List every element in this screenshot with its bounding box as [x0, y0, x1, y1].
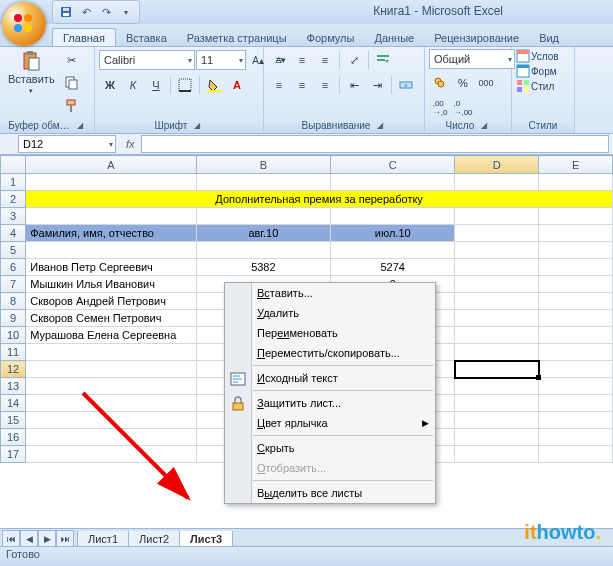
row-header[interactable]: 10 — [1, 327, 26, 344]
font-color-icon[interactable]: A — [226, 74, 248, 96]
cell[interactable] — [26, 174, 196, 191]
tab-review[interactable]: Рецензирование — [424, 29, 529, 46]
formula-input[interactable] — [141, 135, 609, 153]
merge-icon[interactable]: a — [395, 74, 417, 96]
cell[interactable] — [539, 174, 613, 191]
cell[interactable] — [455, 395, 539, 412]
cell[interactable] — [196, 174, 331, 191]
row-header[interactable]: 13 — [1, 378, 26, 395]
row-header[interactable]: 15 — [1, 412, 26, 429]
underline-button[interactable]: Ч — [145, 74, 167, 96]
cell[interactable]: Фамилия, имя, отчество — [26, 225, 196, 242]
context-menu-item[interactable]: Переместить/скопировать... — [225, 343, 435, 363]
tab-insert[interactable]: Вставка — [116, 29, 177, 46]
cell[interactable] — [539, 344, 613, 361]
sheet-tab[interactable]: Лист1 — [77, 531, 129, 548]
paste-button[interactable]: Вставить ▾ — [4, 49, 59, 97]
tab-view[interactable]: Вид — [529, 29, 559, 46]
row-header[interactable]: 7 — [1, 276, 26, 293]
tab-formulas[interactable]: Формулы — [297, 29, 365, 46]
cell[interactable] — [26, 412, 196, 429]
cell[interactable] — [539, 310, 613, 327]
cell[interactable] — [196, 208, 331, 225]
redo-icon[interactable]: ↷ — [99, 5, 113, 19]
context-menu-item[interactable]: Выделить все листы — [225, 483, 435, 503]
cell[interactable] — [539, 446, 613, 463]
font-launcher-icon[interactable]: ◢ — [191, 120, 203, 131]
cell[interactable]: 5382 — [196, 259, 331, 276]
number-launcher-icon[interactable]: ◢ — [478, 120, 490, 131]
percent-icon[interactable]: % — [452, 72, 474, 94]
cell[interactable] — [539, 395, 613, 412]
cell[interactable] — [26, 446, 196, 463]
cell[interactable] — [331, 242, 455, 259]
indent-dec-icon[interactable]: ⇤ — [343, 74, 365, 96]
cell[interactable] — [539, 361, 613, 378]
tab-data[interactable]: Данные — [364, 29, 424, 46]
undo-icon[interactable]: ↶ — [79, 5, 93, 19]
col-header[interactable] — [1, 156, 26, 174]
cell[interactable] — [539, 378, 613, 395]
cell[interactable] — [455, 412, 539, 429]
row-header[interactable]: 3 — [1, 208, 26, 225]
row-header[interactable]: 14 — [1, 395, 26, 412]
cell[interactable]: июл.10 — [331, 225, 455, 242]
row-header[interactable]: 12 — [1, 361, 26, 378]
cell[interactable] — [455, 242, 539, 259]
row-header[interactable]: 1 — [1, 174, 26, 191]
cell[interactable] — [455, 208, 539, 225]
cell[interactable]: Дополнительная премия за переработку — [26, 191, 613, 208]
fx-icon[interactable]: fx — [126, 138, 135, 150]
row-header[interactable]: 5 — [1, 242, 26, 259]
cell[interactable] — [539, 327, 613, 344]
cell[interactable] — [26, 395, 196, 412]
align-launcher-icon[interactable]: ◢ — [374, 120, 386, 131]
fill-color-icon[interactable] — [203, 74, 225, 96]
cell[interactable]: 5274 — [331, 259, 455, 276]
cell[interactable] — [455, 276, 539, 293]
context-menu-item[interactable]: Удалить — [225, 303, 435, 323]
cell[interactable]: авг.10 — [196, 225, 331, 242]
cell[interactable] — [331, 208, 455, 225]
cell[interactable] — [455, 327, 539, 344]
align-top-icon[interactable]: ≡ — [268, 49, 290, 71]
context-menu-item[interactable]: Защитить лист... — [225, 393, 435, 413]
font-size-combo[interactable]: 11 — [196, 50, 246, 70]
col-header[interactable]: A — [26, 156, 196, 174]
format-painter-icon[interactable] — [61, 95, 83, 117]
align-bottom-icon[interactable]: ≡ — [314, 49, 336, 71]
row-header[interactable]: 11 — [1, 344, 26, 361]
cell[interactable]: Скворов Андрей Петрович — [26, 293, 196, 310]
cell[interactable] — [539, 225, 613, 242]
cell[interactable] — [331, 174, 455, 191]
cell[interactable] — [455, 310, 539, 327]
indent-inc-icon[interactable]: ⇥ — [366, 74, 388, 96]
row-header[interactable]: 2 — [1, 191, 26, 208]
border-icon[interactable] — [174, 74, 196, 96]
cell[interactable]: Иванов Петр Сергеевич — [26, 259, 196, 276]
cell[interactable] — [455, 378, 539, 395]
sheet-tab[interactable]: Лист3 — [179, 531, 233, 548]
copy-icon[interactable] — [61, 72, 83, 94]
align-middle-icon[interactable]: ≡ — [291, 49, 313, 71]
clipboard-launcher-icon[interactable]: ◢ — [74, 120, 86, 131]
context-menu-item[interactable]: Исходный текст — [225, 368, 435, 388]
cell[interactable] — [455, 293, 539, 310]
col-header[interactable]: D — [455, 156, 539, 174]
currency-icon[interactable] — [429, 72, 451, 94]
cell[interactable] — [26, 378, 196, 395]
cell[interactable] — [539, 242, 613, 259]
col-header[interactable]: B — [196, 156, 331, 174]
row-header[interactable]: 6 — [1, 259, 26, 276]
cell[interactable] — [539, 293, 613, 310]
col-header[interactable]: C — [331, 156, 455, 174]
cell[interactable] — [26, 344, 196, 361]
italic-button[interactable]: К — [122, 74, 144, 96]
sheet-tab[interactable]: Лист2 — [128, 531, 180, 548]
comma-icon[interactable]: 000 — [475, 72, 497, 94]
office-button[interactable] — [2, 2, 46, 46]
context-menu-item[interactable]: Скрыть — [225, 438, 435, 458]
cut-icon[interactable]: ✂ — [61, 49, 83, 71]
row-header[interactable]: 8 — [1, 293, 26, 310]
row-header[interactable]: 17 — [1, 446, 26, 463]
